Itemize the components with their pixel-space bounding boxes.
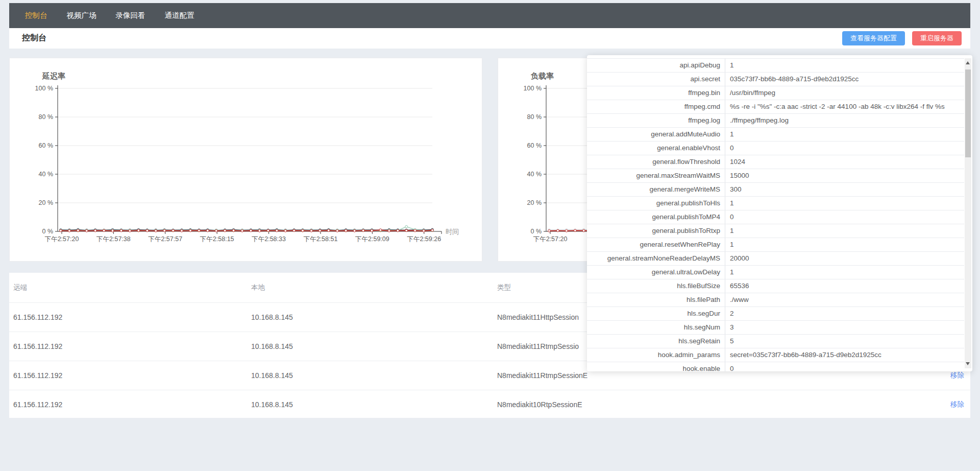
svg-text:20 %: 20 % — [527, 199, 542, 206]
latency-line-chart: 延迟率100 %80 %60 %40 %20 %0 %下午2:57:20下午2:… — [10, 58, 482, 261]
config-value: 1 — [725, 197, 964, 210]
config-key: hls.segDur — [587, 307, 725, 320]
config-key: general.flowThreshold — [587, 155, 725, 169]
config-row: hls.segRetain5 — [587, 335, 964, 348]
svg-text:时间: 时间 — [446, 228, 459, 236]
config-row: hook.admin_paramssecret=035c73f7-bb6b-48… — [587, 348, 964, 362]
config-value: 1 — [725, 224, 964, 238]
svg-text:80 %: 80 % — [527, 113, 542, 121]
top-nav: 控制台 视频广场 录像回看 通道配置 — [9, 3, 970, 28]
cell-local: 10.168.8.145 — [247, 342, 493, 350]
config-key: hook.admin_params — [587, 348, 725, 362]
config-key: general.publishToHls — [587, 197, 725, 210]
cell-type: N8mediakit11RtmpSessionE — [493, 371, 850, 380]
scroll-down-icon[interactable] — [966, 362, 970, 365]
config-value: 1 — [725, 266, 964, 279]
config-row: general.publishToMP40 — [587, 210, 964, 224]
config-key: hook.enable — [587, 362, 725, 371]
cell-remote: 61.156.112.192 — [9, 313, 247, 321]
svg-text:20 %: 20 % — [39, 199, 54, 206]
config-key: api.secret — [587, 73, 725, 86]
svg-text:下午2:57:20: 下午2:57:20 — [45, 236, 79, 243]
config-value: 1 — [725, 59, 964, 72]
scroll-up-icon[interactable] — [966, 61, 970, 64]
tab-playback[interactable]: 录像回看 — [107, 3, 154, 28]
popup-scrollbar[interactable] — [965, 58, 971, 368]
config-list: api.apiDebug1api.secret035c73f7-bb6b-488… — [587, 58, 964, 371]
config-row: general.publishToRtxp1 — [587, 224, 964, 238]
svg-text:100 %: 100 % — [35, 85, 53, 92]
svg-text:下午2:58:51: 下午2:58:51 — [304, 236, 338, 243]
latency-chart-panel: 延迟率100 %80 %60 %40 %20 %0 %下午2:57:20下午2:… — [9, 58, 482, 262]
col-header-remote: 远端 — [9, 283, 247, 292]
tab-channel-config[interactable]: 通道配置 — [156, 3, 203, 28]
config-row: api.apiDebug1 — [587, 58, 964, 73]
svg-text:下午2:58:33: 下午2:58:33 — [252, 236, 286, 243]
config-value: ./ffmpeg/ffmpeg.log — [725, 114, 964, 127]
config-key: general.streamNoneReaderDelayMS — [587, 252, 725, 265]
svg-text:100 %: 100 % — [524, 85, 542, 92]
cell-local: 10.168.8.145 — [247, 401, 493, 409]
config-value: 0 — [725, 210, 964, 224]
config-row: api.secret035c73f7-bb6b-4889-a715-d9eb2d… — [587, 73, 964, 86]
config-value: 3 — [725, 321, 964, 334]
view-server-config-button[interactable]: 查看服务器配置 — [842, 31, 905, 45]
console-page: 控制台 视频广场 录像回看 通道配置 控制台 查看服务器配置 重启服务器 延迟率… — [0, 0, 980, 471]
svg-text:下午2:59:26: 下午2:59:26 — [407, 236, 441, 243]
config-row: hls.filePath./www — [587, 293, 964, 307]
config-value: 1 — [725, 238, 964, 251]
cell-remote: 61.156.112.192 — [9, 401, 247, 409]
cell-action: 移除 — [850, 371, 970, 380]
tab-console[interactable]: 控制台 — [16, 3, 56, 28]
config-key: general.addMuteAudio — [587, 128, 725, 141]
config-key: general.mergeWriteMS — [587, 183, 725, 196]
config-row: general.addMuteAudio1 — [587, 128, 964, 142]
config-row: ffmpeg.cmd%s -re -i "%s" -c:a aac -stric… — [587, 100, 964, 114]
config-value: ./www — [725, 293, 964, 307]
config-key: hls.fileBufSize — [587, 279, 725, 293]
scrollbar-thumb[interactable] — [965, 69, 971, 157]
config-value: %s -re -i "%s" -c:a aac -strict -2 -ar 4… — [725, 100, 964, 113]
config-row: general.ultraLowDelay1 — [587, 266, 964, 279]
svg-text:下午2:57:57: 下午2:57:57 — [148, 236, 182, 243]
config-value: 5 — [725, 335, 964, 348]
config-key: general.maxStreamWaitMS — [587, 169, 725, 182]
svg-text:80 %: 80 % — [39, 113, 54, 121]
config-key: general.publishToMP4 — [587, 210, 725, 224]
config-row: general.publishToHls1 — [587, 197, 964, 210]
cell-remote: 61.156.112.192 — [9, 371, 247, 380]
page-title: 控制台 — [22, 33, 46, 43]
config-value: 65536 — [725, 279, 964, 293]
config-key: general.publishToRtxp — [587, 224, 725, 238]
cell-remote: 61.156.112.192 — [9, 342, 247, 350]
config-row: hls.fileBufSize65536 — [587, 279, 964, 293]
config-value: secret=035c73f7-bb6b-4889-a715-d9eb2d192… — [725, 348, 964, 362]
config-value: 0 — [725, 142, 964, 155]
cell-type: N8mediakit10RtpSessionE — [493, 401, 850, 409]
svg-text:60 %: 60 % — [527, 142, 542, 149]
svg-text:40 %: 40 % — [527, 171, 542, 178]
config-value: 15000 — [725, 169, 964, 182]
config-value: 2 — [725, 307, 964, 320]
config-key: hls.segRetain — [587, 335, 725, 348]
config-key: hls.filePath — [587, 293, 725, 307]
config-key: ffmpeg.cmd — [587, 100, 725, 113]
config-key: general.resetWhenRePlay — [587, 238, 725, 251]
config-row: general.streamNoneReaderDelayMS20000 — [587, 252, 964, 266]
col-header-local: 本地 — [247, 283, 493, 292]
tab-video-square[interactable]: 视频广场 — [58, 3, 105, 28]
restart-server-button[interactable]: 重启服务器 — [912, 31, 962, 45]
config-row: general.mergeWriteMS300 — [587, 183, 964, 197]
config-row: hls.segDur2 — [587, 307, 964, 321]
config-key: general.ultraLowDelay — [587, 266, 725, 279]
config-value: 20000 — [725, 252, 964, 265]
config-row: ffmpeg.log./ffmpeg/ffmpeg.log — [587, 114, 964, 128]
remove-link[interactable]: 移除 — [950, 371, 964, 379]
config-key: ffmpeg.log — [587, 114, 725, 127]
svg-text:下午2:59:09: 下午2:59:09 — [355, 236, 389, 243]
table-row: 61.156.112.19210.168.8.145N8mediakit10Rt… — [9, 390, 970, 419]
config-row: hls.segNum3 — [587, 321, 964, 335]
svg-text:下午2:57:38: 下午2:57:38 — [96, 236, 131, 243]
config-key: general.enableVhost — [587, 142, 725, 155]
remove-link[interactable]: 移除 — [950, 401, 964, 408]
